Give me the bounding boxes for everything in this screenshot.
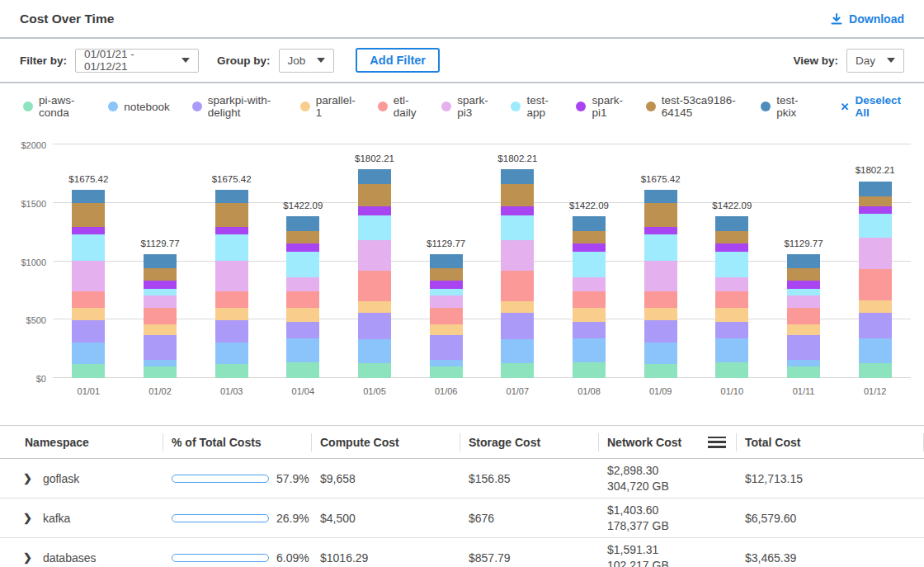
bar-segment-etl-daily[interactable] (501, 271, 534, 301)
bar-segment-spark-pi1[interactable] (215, 227, 248, 234)
bar-segment-test-pkix[interactable] (715, 216, 748, 231)
bar-segment-pi-aws-conda[interactable] (215, 364, 248, 378)
bar-segment-test-app[interactable] (787, 289, 820, 295)
bar-segment-test-app[interactable] (501, 215, 534, 240)
bar-segment-sparkpi-with-delight[interactable] (286, 322, 319, 339)
table-row-goflask[interactable]: ❯goflask57.9%$9,658$156.85$2,898.30304,7… (0, 459, 924, 498)
bar-segment-notebook[interactable] (501, 339, 534, 363)
bar-segment-parallel-1[interactable] (144, 324, 177, 335)
add-filter-button[interactable]: Add Filter (356, 48, 440, 73)
legend-item-test-pkix[interactable]: test-pkix (761, 94, 804, 119)
bar-segment-test-pkix[interactable] (144, 254, 177, 268)
bar-segment-sparkpi-with-delight[interactable] (573, 322, 606, 339)
bar-segment-test-53ca9186-64145[interactable] (573, 231, 606, 243)
bar-segment-parallel-1[interactable] (286, 308, 319, 322)
bar-segment-test-53ca9186-64145[interactable] (715, 231, 748, 243)
legend-item-pi-aws-conda[interactable]: pi-aws-conda (23, 94, 86, 119)
bar-segment-test-pkix[interactable] (859, 182, 892, 196)
bar-segment-notebook[interactable] (573, 338, 606, 362)
expand-chevron-icon[interactable]: ❯ (23, 551, 32, 564)
bar-segment-spark-pi3[interactable] (573, 277, 606, 291)
bar-segment-test-pkix[interactable] (286, 216, 319, 231)
bar-segment-sparkpi-with-delight[interactable] (72, 320, 105, 343)
bar-segment-spark-pi1[interactable] (358, 206, 391, 215)
bar-segment-test-app[interactable] (715, 252, 748, 277)
bar-segment-spark-pi1[interactable] (72, 227, 105, 234)
bar-segment-spark-pi3[interactable] (358, 240, 391, 271)
bar-segment-test-pkix[interactable] (215, 190, 248, 203)
deselect-all-button[interactable]: ✕Deselect All (841, 94, 901, 119)
bar-segment-test-53ca9186-64145[interactable] (787, 268, 820, 281)
bar-segment-spark-pi1[interactable] (501, 206, 534, 215)
bar-segment-parallel-1[interactable] (573, 308, 606, 322)
bar-segment-notebook[interactable] (859, 338, 892, 362)
bar-segment-spark-pi3[interactable] (859, 238, 892, 269)
bar-segment-pi-aws-conda[interactable] (501, 363, 534, 378)
bar-segment-test-53ca9186-64145[interactable] (501, 184, 534, 206)
bar-segment-sparkpi-with-delight[interactable] (787, 335, 820, 359)
bar-segment-test-app[interactable] (358, 215, 391, 240)
bar-segment-spark-pi1[interactable] (859, 206, 892, 214)
bar-segment-notebook[interactable] (715, 338, 748, 362)
bar-segment-spark-pi1[interactable] (644, 227, 677, 234)
bar-segment-parallel-1[interactable] (430, 324, 463, 335)
legend-item-parallel-1[interactable]: parallel-1 (300, 94, 356, 119)
bar-segment-spark-pi1[interactable] (787, 281, 820, 289)
bar-segment-etl-daily[interactable] (144, 308, 177, 324)
bar-segment-parallel-1[interactable] (715, 308, 748, 322)
bar-segment-spark-pi3[interactable] (286, 277, 319, 291)
bar-segment-sparkpi-with-delight[interactable] (501, 313, 534, 339)
bar-segment-etl-daily[interactable] (644, 291, 677, 308)
bar-segment-parallel-1[interactable] (215, 308, 248, 320)
legend-item-spark-pi3[interactable]: spark-pi3 (441, 94, 488, 119)
download-button[interactable]: Download (830, 12, 904, 26)
bar-segment-etl-daily[interactable] (72, 291, 105, 308)
bar-segment-spark-pi3[interactable] (144, 295, 177, 308)
legend-item-sparkpi-with-delight[interactable]: sparkpi-with-delight (192, 94, 278, 119)
bar-segment-spark-pi3[interactable] (787, 295, 820, 308)
bar-segment-test-app[interactable] (644, 234, 677, 261)
bar-segment-test-app[interactable] (859, 214, 892, 238)
bar-segment-sparkpi-with-delight[interactable] (215, 320, 248, 343)
bar-segment-etl-daily[interactable] (715, 291, 748, 308)
bar-segment-spark-pi3[interactable] (644, 261, 677, 291)
bar-segment-spark-pi3[interactable] (430, 295, 463, 308)
bar-segment-etl-daily[interactable] (358, 271, 391, 301)
bar-segment-test-app[interactable] (215, 234, 248, 261)
bar-segment-notebook[interactable] (787, 360, 820, 366)
bar-segment-pi-aws-conda[interactable] (144, 366, 177, 378)
bar-segment-spark-pi1[interactable] (286, 243, 319, 252)
bar-segment-pi-aws-conda[interactable] (644, 364, 677, 378)
bar-segment-sparkpi-with-delight[interactable] (644, 320, 677, 343)
expand-chevron-icon[interactable]: ❯ (23, 472, 32, 484)
bar-segment-test-app[interactable] (430, 289, 463, 295)
bar-segment-spark-pi1[interactable] (573, 243, 606, 252)
bar-segment-etl-daily[interactable] (286, 291, 319, 308)
bar-segment-test-53ca9186-64145[interactable] (644, 203, 677, 227)
bar-segment-sparkpi-with-delight[interactable] (859, 313, 892, 338)
bar-segment-pi-aws-conda[interactable] (859, 363, 892, 378)
column-menu-icon[interactable] (708, 437, 726, 448)
bar-segment-etl-daily[interactable] (573, 291, 606, 308)
bar-segment-notebook[interactable] (644, 343, 677, 365)
bar-segment-test-53ca9186-64145[interactable] (144, 268, 177, 281)
bar-segment-spark-pi1[interactable] (144, 281, 177, 289)
bar-segment-etl-daily[interactable] (430, 308, 463, 324)
bar-segment-sparkpi-with-delight[interactable] (715, 322, 748, 339)
bar-segment-etl-daily[interactable] (215, 291, 248, 308)
table-row-databases[interactable]: ❯databases6.09%$1016.29$857.79$1,591.311… (0, 538, 924, 567)
bar-segment-sparkpi-with-delight[interactable] (144, 335, 177, 359)
bar-segment-test-53ca9186-64145[interactable] (859, 196, 892, 206)
bar-segment-pi-aws-conda[interactable] (715, 362, 748, 378)
bar-segment-test-pkix[interactable] (573, 216, 606, 231)
group-by-select[interactable]: Job (279, 49, 335, 73)
bar-segment-notebook[interactable] (144, 360, 177, 366)
bar-segment-notebook[interactable] (215, 343, 248, 365)
bar-segment-test-app[interactable] (72, 234, 105, 261)
bar-segment-test-53ca9186-64145[interactable] (430, 268, 463, 281)
legend-item-spark-pi1[interactable]: spark-pi1 (576, 94, 623, 119)
view-by-select[interactable]: Day (846, 49, 904, 73)
bar-segment-test-53ca9186-64145[interactable] (286, 231, 319, 243)
bar-segment-etl-daily[interactable] (859, 269, 892, 300)
bar-segment-sparkpi-with-delight[interactable] (358, 313, 391, 339)
